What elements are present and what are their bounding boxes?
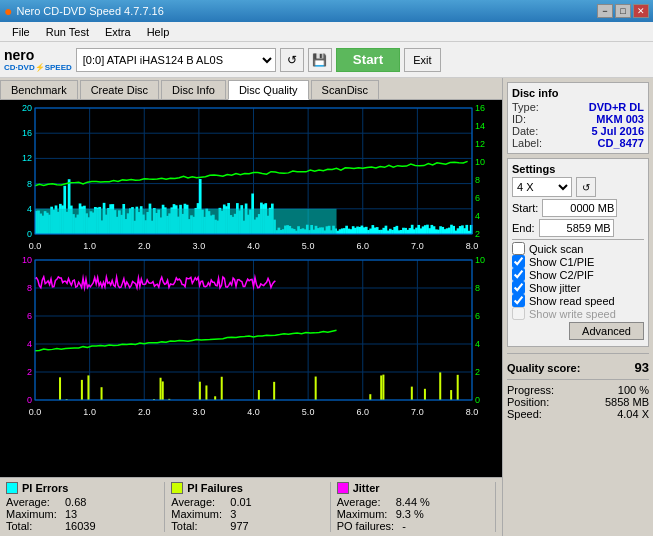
pi-failures-color [171, 482, 183, 494]
c1pie-row: Show C1/PIE [512, 255, 644, 268]
maximize-button[interactable]: □ [615, 4, 631, 18]
tab-benchmark[interactable]: Benchmark [0, 80, 78, 99]
write-speed-row: Show write speed [512, 307, 644, 320]
save-icon[interactable]: 💾 [308, 48, 332, 72]
speed-value: 4.04 X [617, 408, 649, 420]
pi-errors-avg-label: Average: [6, 496, 61, 508]
right-panel: Disc info Type: DVD+R DL ID: MKM 003 Dat… [503, 78, 653, 536]
tab-scan-disc[interactable]: ScanDisc [311, 80, 379, 99]
date-label: Date: [512, 125, 538, 137]
read-speed-label: Show read speed [529, 295, 615, 307]
close-button[interactable]: ✕ [633, 4, 649, 18]
jitter-label: Jitter [353, 482, 380, 494]
menu-runtest[interactable]: Run Test [38, 24, 97, 40]
id-value: MKM 003 [596, 113, 644, 125]
speed-refresh-icon[interactable]: ↺ [576, 177, 596, 197]
end-input[interactable] [539, 219, 614, 237]
pi-errors-max-label: Maximum: [6, 508, 61, 520]
quality-score-value: 93 [635, 360, 649, 375]
po-failures-label: PO failures: [337, 520, 394, 532]
top-chart [0, 100, 502, 252]
exit-button[interactable]: Exit [404, 48, 440, 72]
position-label: Position: [507, 396, 549, 408]
jitter-checkbox[interactable] [512, 281, 525, 294]
jitter-max-label: Maximum: [337, 508, 392, 520]
quick-scan-row: Quick scan [512, 242, 644, 255]
pi-failures-total-value: 977 [230, 520, 248, 532]
app-logo: nero CD·DVD⚡SPEED [4, 47, 72, 72]
quick-scan-label: Quick scan [529, 243, 583, 255]
pi-failures-avg-label: Average: [171, 496, 226, 508]
advanced-button[interactable]: Advanced [569, 322, 644, 340]
date-value: 5 Jul 2016 [591, 125, 644, 137]
type-label: Type: [512, 101, 539, 113]
pi-errors-label: PI Errors [22, 482, 68, 494]
read-speed-checkbox[interactable] [512, 294, 525, 307]
chart-area [0, 100, 502, 477]
pi-errors-total-label: Total: [6, 520, 61, 532]
c2pif-label: Show C2/PIF [529, 269, 594, 281]
pi-errors-avg-value: 0.68 [65, 496, 86, 508]
menu-help[interactable]: Help [139, 24, 178, 40]
settings-section: Settings 4 X ↺ Start: End: Quick scan [507, 158, 649, 347]
jitter-avg-label: Average: [337, 496, 392, 508]
jitter-color [337, 482, 349, 494]
id-label: ID: [512, 113, 526, 125]
tab-disc-info[interactable]: Disc Info [161, 80, 226, 99]
progress-label: Progress: [507, 384, 554, 396]
left-panel: Benchmark Create Disc Disc Info Disc Qua… [0, 78, 503, 536]
progress-section: Progress: 100 % Position: 5858 MB Speed:… [507, 384, 649, 420]
write-speed-label: Show write speed [529, 308, 616, 320]
disc-label-label: Label: [512, 137, 542, 149]
tab-create-disc[interactable]: Create Disc [80, 80, 159, 99]
c1pie-checkbox[interactable] [512, 255, 525, 268]
pi-failures-total-label: Total: [171, 520, 226, 532]
c2pif-row: Show C2/PIF [512, 268, 644, 281]
start-button[interactable]: Start [336, 48, 400, 72]
disc-info-title: Disc info [512, 87, 644, 99]
start-input[interactable] [542, 199, 617, 217]
pi-failures-label: PI Failures [187, 482, 243, 494]
jitter-stats: Jitter Average: 8.44 % Maximum: 9.3 % PO… [331, 482, 496, 532]
pi-failures-max-label: Maximum: [171, 508, 226, 520]
toolbar: nero CD·DVD⚡SPEED [0:0] ATAPI iHAS124 B … [0, 42, 653, 78]
bottom-chart [0, 252, 502, 418]
read-speed-row: Show read speed [512, 294, 644, 307]
end-label: End: [512, 222, 535, 234]
app-icon: ● [4, 3, 12, 19]
position-value: 5858 MB [605, 396, 649, 408]
speed-select[interactable]: 4 X [512, 177, 572, 197]
main-content: Benchmark Create Disc Disc Info Disc Qua… [0, 78, 653, 536]
menu-extra[interactable]: Extra [97, 24, 139, 40]
disc-info-section: Disc info Type: DVD+R DL ID: MKM 003 Dat… [507, 82, 649, 154]
disc-label-value: CD_8477 [598, 137, 644, 149]
menu-file[interactable]: File [4, 24, 38, 40]
speed-label: Speed: [507, 408, 542, 420]
tab-disc-quality[interactable]: Disc Quality [228, 80, 309, 100]
jitter-row: Show jitter [512, 281, 644, 294]
c2pif-checkbox[interactable] [512, 268, 525, 281]
drive-select[interactable]: [0:0] ATAPI iHAS124 B AL0S [76, 48, 276, 72]
progress-value: 100 % [618, 384, 649, 396]
menu-bar: File Run Test Extra Help [0, 22, 653, 42]
write-speed-checkbox [512, 307, 525, 320]
type-value: DVD+R DL [589, 101, 644, 113]
pi-errors-color [6, 482, 18, 494]
pi-errors-stats: PI Errors Average: 0.68 Maximum: 13 Tota… [6, 482, 165, 532]
start-label: Start: [512, 202, 538, 214]
minimize-button[interactable]: − [597, 4, 613, 18]
pi-failures-max-value: 3 [230, 508, 236, 520]
tab-bar: Benchmark Create Disc Disc Info Disc Qua… [0, 78, 502, 100]
po-failures-value: - [402, 520, 406, 532]
settings-title: Settings [512, 163, 644, 175]
refresh-icon[interactable]: ↺ [280, 48, 304, 72]
jitter-max-value: 9.3 % [396, 508, 424, 520]
window-title: Nero CD-DVD Speed 4.7.7.16 [16, 5, 163, 17]
quality-score-label: Quality score: [507, 362, 580, 374]
c1pie-label: Show C1/PIE [529, 256, 594, 268]
stats-bar: PI Errors Average: 0.68 Maximum: 13 Tota… [0, 477, 502, 536]
jitter-label: Show jitter [529, 282, 580, 294]
quick-scan-checkbox[interactable] [512, 242, 525, 255]
pi-failures-avg-value: 0.01 [230, 496, 251, 508]
pi-errors-max-value: 13 [65, 508, 77, 520]
